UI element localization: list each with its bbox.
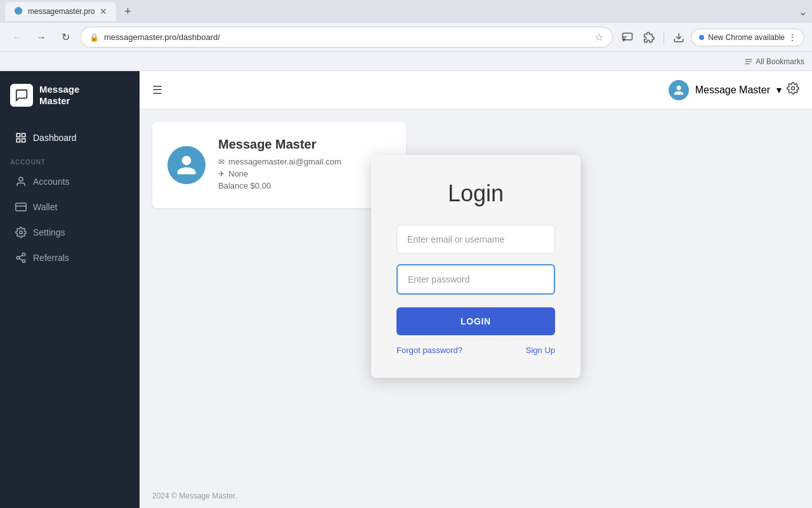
- main-footer: 2024 © Message Master.: [140, 484, 812, 508]
- login-links: Forgot password? Sign Up: [396, 345, 555, 355]
- toolbar-divider: [664, 31, 664, 44]
- svg-rect-5: [16, 139, 20, 142]
- cast-button[interactable]: [618, 28, 637, 47]
- footer-text: 2024 © Message Master.: [152, 491, 237, 500]
- login-title: Login: [396, 180, 555, 207]
- sidebar-item-settings[interactable]: Settings: [5, 220, 134, 244]
- tab-bar: messagemaster.pro ✕ +: [5, 2, 397, 21]
- logo-name-line1: Message: [39, 84, 79, 95]
- sidebar-item-referrals[interactable]: Referrals: [5, 246, 134, 270]
- tab-favicon: [14, 6, 23, 17]
- address-bar[interactable]: 🔒 messagemaster.pro/dashboard/ ☆: [80, 27, 613, 48]
- bookmarks-bar: All Bookmarks: [0, 52, 812, 71]
- svg-point-11: [22, 253, 25, 257]
- browser-titlebar: messagemaster.pro ✕ + ⌄: [0, 0, 812, 23]
- telegram-value: None: [228, 169, 248, 178]
- new-chrome-button[interactable]: New Chrome available ⋮: [691, 29, 804, 46]
- sign-up-link[interactable]: Sign Up: [526, 345, 555, 355]
- header-username: Message Master: [695, 84, 770, 96]
- sidebar: Message Master Dashboard ACCOUNT: [0, 71, 140, 508]
- security-icon: 🔒: [89, 33, 99, 42]
- telegram-icon: ✈: [218, 170, 225, 178]
- new-chrome-menu-icon: ⋮: [789, 33, 796, 42]
- balance-value: Balance $0.00: [218, 181, 271, 190]
- sidebar-item-dashboard[interactable]: Dashboard: [5, 126, 134, 150]
- svg-point-16: [792, 87, 795, 90]
- sidebar-referrals-label: Referrals: [33, 253, 69, 263]
- forgot-password-link[interactable]: Forgot password?: [396, 345, 462, 355]
- profile-card: Message Master ✉ messagemaster.ai@gmail.…: [152, 122, 406, 208]
- active-tab[interactable]: messagemaster.pro ✕: [5, 2, 116, 21]
- back-button[interactable]: ←: [8, 28, 27, 47]
- svg-point-7: [19, 177, 23, 181]
- browser-toolbar: ← → ↻ 🔒 messagemaster.pro/dashboard/ ☆: [0, 23, 812, 52]
- svg-point-12: [16, 257, 20, 260]
- svg-rect-3: [16, 133, 20, 137]
- logo-name-line2: Master: [39, 95, 79, 107]
- download-button[interactable]: [669, 28, 688, 47]
- sidebar-section-account: ACCOUNT: [0, 151, 140, 168]
- logo-icon: [10, 84, 33, 107]
- settings-gear-button[interactable]: [787, 82, 799, 98]
- main-header: ☰ Message Master ▾: [140, 71, 812, 109]
- tab-close-button[interactable]: ✕: [100, 6, 107, 17]
- email-value: messagemaster.ai@gmail.com: [228, 157, 341, 166]
- forward-button[interactable]: →: [32, 28, 51, 47]
- toolbar-right: New Chrome available ⋮: [618, 28, 804, 47]
- svg-line-15: [19, 255, 22, 257]
- profile-info: Message Master ✉ messagemaster.ai@gmail.…: [218, 137, 341, 193]
- new-chrome-indicator: [699, 35, 704, 40]
- profile-avatar: [167, 146, 206, 184]
- app-content: Message Master Dashboard ACCOUNT: [0, 71, 812, 508]
- svg-point-10: [20, 231, 23, 234]
- svg-rect-4: [22, 133, 25, 137]
- bookmark-star-button[interactable]: ☆: [594, 31, 603, 43]
- sidebar-item-accounts[interactable]: Accounts: [5, 170, 134, 194]
- login-button[interactable]: LOGIN: [396, 307, 555, 335]
- menu-toggle-button[interactable]: ☰: [152, 83, 162, 97]
- sidebar-logo: Message Master: [0, 71, 140, 119]
- logo-text: Message Master: [39, 84, 79, 107]
- sidebar-accounts-label: Accounts: [33, 177, 70, 187]
- svg-line-14: [19, 258, 22, 260]
- email-username-input[interactable]: [396, 225, 555, 254]
- refresh-button[interactable]: ↻: [56, 28, 75, 47]
- sidebar-nav: Dashboard ACCOUNT Accounts Wallet: [0, 119, 140, 276]
- sidebar-wallet-label: Wallet: [33, 202, 57, 212]
- login-modal: Login LOGIN Forgot password? Sign Up: [371, 155, 580, 378]
- bookmarks-label[interactable]: All Bookmarks: [744, 57, 804, 66]
- profile-balance: Balance $0.00: [218, 181, 341, 190]
- header-user[interactable]: Message Master ▾: [669, 80, 782, 100]
- new-chrome-label: New Chrome available: [708, 33, 785, 42]
- sidebar-dashboard-label: Dashboard: [33, 133, 77, 143]
- extensions-button[interactable]: [639, 28, 658, 47]
- svg-point-13: [22, 260, 25, 263]
- new-tab-button[interactable]: +: [119, 3, 136, 20]
- sidebar-settings-label: Settings: [33, 227, 65, 237]
- tab-title: messagemaster.pro: [28, 7, 95, 16]
- email-icon: ✉: [218, 157, 225, 166]
- password-input[interactable]: [396, 264, 555, 295]
- profile-telegram: ✈ None: [218, 169, 341, 178]
- profile-name: Message Master: [218, 137, 341, 152]
- url-text: messagemaster.pro/dashboard/: [104, 32, 589, 42]
- profile-email: ✉ messagemaster.ai@gmail.com: [218, 157, 341, 166]
- svg-rect-8: [16, 203, 27, 211]
- sidebar-item-wallet[interactable]: Wallet: [5, 195, 134, 219]
- header-chevron-icon: ▾: [776, 84, 782, 96]
- svg-point-0: [15, 6, 22, 14]
- svg-rect-6: [22, 139, 25, 142]
- header-avatar: [669, 80, 689, 100]
- window-maximize[interactable]: ⌄: [799, 6, 807, 18]
